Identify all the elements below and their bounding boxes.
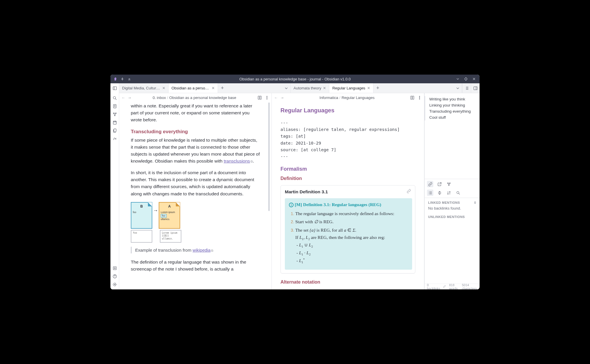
backlinks-panel: LINKED MENTIONS0 No backlinks found. UNL… <box>425 198 480 284</box>
new-tab-button[interactable]: + <box>218 83 227 93</box>
nav-back-icon[interactable]: ← <box>121 95 125 100</box>
backlinks-tab-icon[interactable] <box>427 181 433 187</box>
nav-back-icon[interactable]: ← <box>274 95 278 100</box>
tab-list-chevron-icon[interactable] <box>454 83 462 93</box>
scrollbar[interactable] <box>268 102 270 289</box>
search-backlinks-icon[interactable] <box>455 190 461 196</box>
more-options-icon[interactable] <box>265 95 269 100</box>
more-options-icon[interactable] <box>417 95 422 100</box>
heading-alternate-notation: Alternate notation <box>280 279 415 286</box>
right-editor-pane: ← → Informatica/Regular Languages Regula… <box>272 93 424 289</box>
svg-point-13 <box>267 96 267 97</box>
titlebar: Obsidian as a personal knowledge base - … <box>110 75 480 83</box>
expand-collapse-icon[interactable] <box>436 190 443 196</box>
tab-close-icon[interactable]: ✕ <box>212 86 215 90</box>
search-icon[interactable] <box>112 95 117 101</box>
info-icon: i <box>289 203 294 207</box>
collapse-sidebar-icon[interactable] <box>112 86 117 91</box>
breadcrumb[interactable]: Informatica/Regular Languages <box>286 95 408 100</box>
reading-mode-icon[interactable] <box>258 95 262 100</box>
tab-close-icon[interactable]: ✕ <box>367 86 370 90</box>
left-ribbon <box>110 83 119 289</box>
obsidian-logo-icon <box>113 77 117 81</box>
pencil-icon <box>443 285 446 289</box>
svg-rect-8 <box>113 267 116 270</box>
transclusion-diagram: B foo → A Lorem ipsum foo <box>131 202 260 243</box>
vault-icon[interactable] <box>112 266 117 271</box>
expand-sidebar-icon[interactable] <box>471 83 480 93</box>
outline-item[interactable]: Linking your thinking <box>425 102 478 108</box>
link-icon[interactable] <box>407 188 411 195</box>
external-link-icon: ⧉ <box>251 160 253 163</box>
note-content[interactable]: within a note. Especially great if you w… <box>119 102 271 289</box>
status-words: 818 words <box>449 283 459 290</box>
wikipedia-link[interactable]: wikipedia <box>193 248 211 253</box>
sort-icon[interactable] <box>446 190 452 196</box>
heading-formalism: Formalism <box>280 165 415 173</box>
svg-rect-7 <box>114 129 116 131</box>
chevrons-up-icon[interactable] <box>127 77 131 81</box>
svg-rect-6 <box>113 121 116 124</box>
outline-toggle-icon[interactable] <box>462 83 471 93</box>
right-sidebar: Writing like you think Linking your thin… <box>424 93 480 289</box>
svg-point-9 <box>114 268 115 269</box>
heading-definition: Definition <box>280 175 415 182</box>
status-bar: 0 backlinks 818 words 5014 characters <box>425 284 480 289</box>
graph-icon[interactable] <box>112 112 117 117</box>
tab-digital-media[interactable]: Digital Media, Culture an ✕ <box>119 83 169 93</box>
svg-point-15 <box>267 99 267 99</box>
files-icon[interactable] <box>112 128 117 133</box>
left-editor-pane: ← → 0. inbox/Obsidian as a personal know… <box>119 93 272 289</box>
note-title: Regular Languages <box>280 106 415 115</box>
tab-regular-languages[interactable]: Regular Languages ✕ <box>329 83 373 93</box>
daily-note-icon[interactable] <box>112 120 117 125</box>
image-caption: Example of transclusion from wikipedia⧉ <box>131 247 260 253</box>
reading-mode-icon[interactable] <box>410 95 414 100</box>
svg-point-14 <box>267 98 267 98</box>
outline-item[interactable]: Writing like you think <box>425 96 478 102</box>
app-window: Obsidian as a personal knowledge base - … <box>110 75 480 289</box>
settings-icon[interactable] <box>112 282 117 287</box>
nav-forward-icon[interactable]: → <box>280 95 284 100</box>
tab-obsidian-pkb[interactable]: Obsidian as a personal k ✕ <box>169 83 218 93</box>
tab-list-chevron-icon[interactable] <box>282 83 290 93</box>
close-icon[interactable] <box>472 77 476 81</box>
nav-forward-icon[interactable]: → <box>128 95 131 100</box>
chevron-down-icon[interactable] <box>456 77 460 81</box>
outline-item[interactable]: Transcluding everything <box>425 108 478 114</box>
transclusions-link[interactable]: transclusions <box>224 158 250 163</box>
collapse-results-icon[interactable] <box>427 190 433 196</box>
breadcrumb[interactable]: 0. inbox/Obsidian as a personal knowledg… <box>134 95 255 100</box>
help-icon[interactable] <box>112 274 117 279</box>
svg-rect-12 <box>474 87 477 90</box>
frontmatter-block: --- aliases: [reguliere talen, regular e… <box>280 120 415 160</box>
tab-close-icon[interactable]: ✕ <box>162 86 165 90</box>
svg-point-16 <box>419 96 420 97</box>
tab-close-icon[interactable]: ✕ <box>323 86 326 90</box>
tab-automata-theory[interactable]: Automata theory ✕ <box>291 83 329 93</box>
heading-transcluding: Transcluding everything <box>131 128 260 136</box>
definition-callout: Martin Definition 3.1 i[M] Definition 3.… <box>280 185 415 273</box>
tab-bar: Digital Media, Culture an ✕ Obsidian as … <box>119 83 480 93</box>
svg-point-11 <box>114 284 115 285</box>
outline-item[interactable]: Cool stuff <box>425 114 478 120</box>
svg-point-22 <box>457 191 459 194</box>
pin-icon[interactable] <box>120 77 124 81</box>
new-tab-button[interactable]: + <box>373 83 382 93</box>
status-backlinks: 0 backlinks <box>427 283 440 290</box>
outline-panel: Writing like you think Linking your thin… <box>425 93 480 179</box>
svg-point-17 <box>419 98 420 98</box>
svg-rect-0 <box>113 87 117 90</box>
outgoing-links-icon[interactable] <box>436 181 443 187</box>
quick-switcher-icon[interactable] <box>112 104 117 109</box>
window-title: Obsidian as a personal knowledge base - … <box>110 77 480 81</box>
local-graph-icon[interactable] <box>446 181 452 187</box>
svg-point-18 <box>419 99 420 99</box>
note-content[interactable]: Regular Languages --- aliases: [regulier… <box>272 102 424 289</box>
external-link-icon: ⧉ <box>211 249 213 252</box>
command-icon[interactable] <box>112 136 117 141</box>
svg-point-1 <box>113 97 115 99</box>
status-chars: 5014 characters <box>462 283 477 290</box>
diamond-icon[interactable] <box>464 77 468 81</box>
backlinks-toolbar <box>425 179 480 198</box>
